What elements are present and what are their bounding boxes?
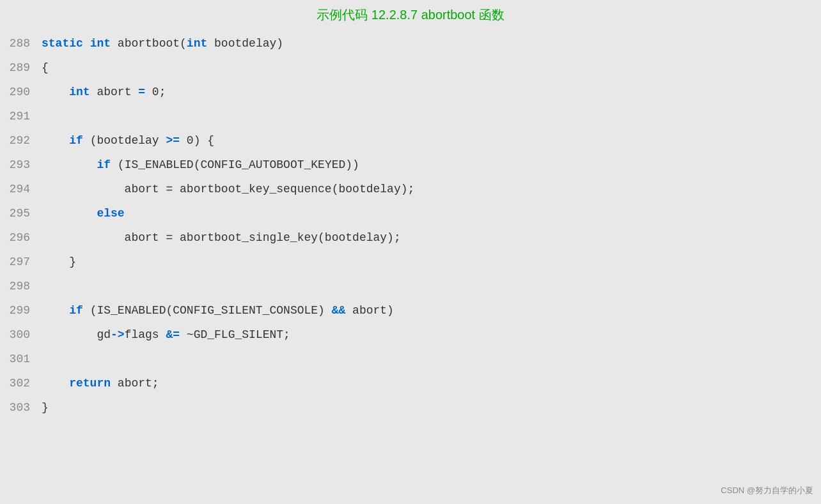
code-line: 299 if (IS_ENABLED(CONFIG_SILENT_CONSOLE… [0,298,821,323]
token: (IS_ENABLED(CONFIG_SILENT_CONSOLE) [83,304,332,317]
token: static [42,37,90,50]
line-content: else [42,201,125,225]
line-content: if (IS_ENABLED(CONFIG_AUTOBOOT_KEYED)) [42,153,359,177]
token [42,158,97,171]
line-number: 301 [6,347,42,371]
code-line: 296 abort = abortboot_single_key(bootdel… [0,225,821,250]
code-line: 298 [0,274,821,298]
token: gd [42,328,111,341]
code-line: 291 [0,104,821,128]
token [42,86,69,98]
code-line: 297 } [0,250,821,274]
token: abort [90,86,139,98]
line-number: 290 [6,80,42,104]
token: 0; [145,86,166,98]
line-content: { [42,56,49,80]
token: && [332,304,346,317]
code-line: 292 if (bootdelay >= 0) { [0,128,821,153]
token: int [69,86,90,98]
line-number: 300 [6,323,42,347]
line-number: 288 [6,31,42,56]
token: int [187,37,207,50]
token: { [42,61,49,74]
code-line: 289{ [0,56,821,80]
token: ~GD_FLG_SILENT; [180,328,290,341]
token: return [69,377,111,390]
token: flags [125,328,166,341]
line-content: abort = abortboot_key_sequence(bootdelay… [42,177,414,201]
line-number: 297 [6,250,42,274]
token: = [138,86,145,98]
token [42,304,69,317]
token: abort = abortboot_single_key(bootdelay); [42,231,401,244]
token: 0) { [180,134,214,147]
token: else [97,207,124,220]
token: (bootdelay [83,134,166,147]
token: abortboot( [111,37,187,50]
line-content: if (IS_ENABLED(CONFIG_SILENT_CONSOLE) &&… [42,298,394,323]
code-line: 301 [0,347,821,371]
line-content: abort = abortboot_single_key(bootdelay); [42,225,401,250]
line-number: 298 [6,274,42,298]
line-content: static int abortboot(int bootdelay) [42,31,283,56]
code-line: 288static int abortboot(int bootdelay) [0,31,821,56]
line-number: 296 [6,225,42,250]
token [42,207,97,220]
line-number: 302 [6,371,42,395]
token: -> [111,328,125,341]
token: &= [166,328,180,341]
token [42,377,69,390]
line-content: } [42,395,49,420]
line-number: 295 [6,201,42,225]
token: >= [166,134,180,147]
line-number: 289 [6,56,42,80]
code-line: 293 if (IS_ENABLED(CONFIG_AUTOBOOT_KEYED… [0,153,821,177]
line-number: 294 [6,177,42,201]
watermark: CSDN @努力自学的小夏 [721,485,813,496]
code-line: 290 int abort = 0; [0,80,821,104]
line-number: 293 [6,153,42,177]
code-line: 294 abort = abortboot_key_sequence(bootd… [0,177,821,201]
code-container: 示例代码 12.2.8.7 abortboot 函数 288static int… [0,0,821,504]
code-line: 300 gd->flags &= ~GD_FLG_SILENT; [0,323,821,347]
line-number: 299 [6,298,42,323]
token: bootdelay) [207,37,283,50]
line-number: 303 [6,395,42,420]
line-content: } [42,250,76,274]
code-block: 288static int abortboot(int bootdelay)28… [0,29,821,422]
line-content: int abort = 0; [42,80,166,104]
token: if [69,304,83,317]
line-content: gd->flags &= ~GD_FLG_SILENT; [42,323,290,347]
token: (IS_ENABLED(CONFIG_AUTOBOOT_KEYED)) [111,158,359,171]
token: } [42,256,76,268]
token [42,134,69,147]
line-number: 291 [6,104,42,128]
token: abort = abortboot_key_sequence(bootdelay… [42,183,414,195]
code-line: 302 return abort; [0,371,821,395]
code-line: 303} [0,395,821,420]
line-number: 292 [6,128,42,153]
token: if [97,158,111,171]
token: } [42,401,49,414]
line-content: return abort; [42,371,159,395]
line-content: if (bootdelay >= 0) { [42,128,214,153]
token: if [69,134,83,147]
token: int [90,37,111,50]
token: abort; [111,377,159,390]
page-title: 示例代码 12.2.8.7 abortboot 函数 [0,6,821,24]
code-line: 295 else [0,201,821,225]
token: abort) [345,304,394,317]
